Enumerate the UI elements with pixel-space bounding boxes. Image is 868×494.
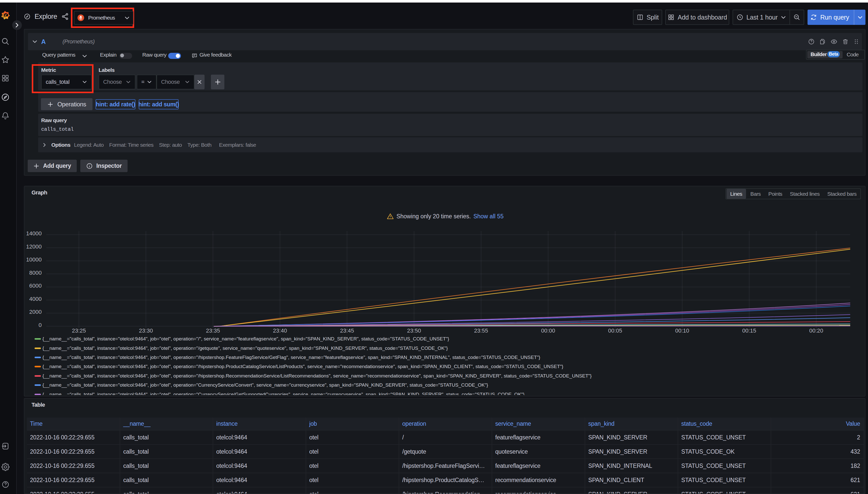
svg-text:2000: 2000 bbox=[29, 309, 42, 315]
svg-text:00:20: 00:20 bbox=[809, 327, 823, 334]
svg-text:00:10: 00:10 bbox=[675, 327, 689, 334]
svg-text:23:25: 23:25 bbox=[72, 327, 86, 334]
svg-text:0: 0 bbox=[39, 322, 42, 328]
svg-text:23:35: 23:35 bbox=[206, 327, 220, 334]
svg-text:23:55: 23:55 bbox=[474, 327, 488, 334]
svg-text:6000: 6000 bbox=[29, 283, 42, 289]
svg-text:10000: 10000 bbox=[26, 256, 42, 263]
svg-text:23:50: 23:50 bbox=[407, 327, 421, 334]
svg-text:00:15: 00:15 bbox=[742, 327, 756, 334]
svg-text:23:45: 23:45 bbox=[340, 327, 354, 334]
svg-text:00:05: 00:05 bbox=[608, 327, 622, 334]
svg-text:14000: 14000 bbox=[26, 230, 42, 236]
svg-text:8000: 8000 bbox=[29, 270, 42, 276]
svg-text:4000: 4000 bbox=[29, 296, 42, 302]
svg-text:23:40: 23:40 bbox=[273, 327, 287, 334]
svg-text:12000: 12000 bbox=[26, 244, 42, 250]
svg-text:00:00: 00:00 bbox=[541, 327, 555, 334]
svg-text:23:30: 23:30 bbox=[139, 327, 153, 334]
